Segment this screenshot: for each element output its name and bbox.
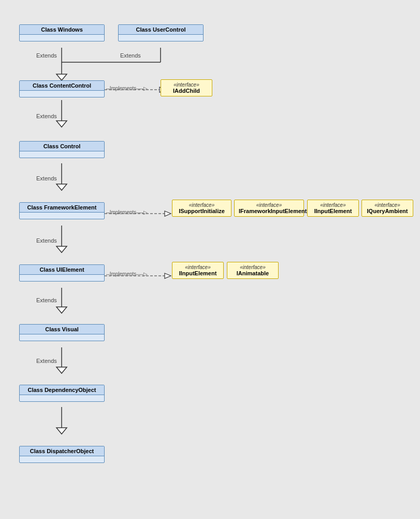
class-frameworkelement-header: Class FrameworkElement: [20, 203, 104, 213]
iinputelement2-stereotype: «interface»: [177, 264, 219, 270]
extends-label-7: Extends: [36, 358, 57, 364]
class-dispatcherobject-body: [20, 456, 104, 462]
diagram-container: IAddChild (dashed) --> interfaces (dashe…: [0, 0, 420, 519]
svg-marker-10: [56, 246, 67, 253]
class-uielement-box: Class UIElement: [19, 264, 105, 282]
class-windows-body: [20, 35, 104, 41]
interface-iinputelement2-box: «interface» IInputElement: [172, 262, 224, 279]
class-windows-box: Class Windows: [19, 24, 105, 41]
iinputelement2-label: IInputElement: [177, 270, 219, 276]
implements-label-3: --Implements----▷: [106, 271, 148, 277]
iinputelement1-stereotype: «interface»: [312, 202, 354, 208]
svg-marker-6: [56, 121, 67, 127]
interface-iqueryambient-box: «interface» IQueryAmbient: [361, 200, 413, 217]
class-visual-box: Class Visual: [19, 324, 105, 341]
isupportinitialize-label: ISupportInitialize: [177, 208, 227, 214]
class-control-header: Class Control: [20, 142, 104, 151]
iqueryambient-stereotype: «interface»: [366, 202, 409, 208]
interface-iinputelement1-box: «interface» IInputElement: [307, 200, 359, 217]
isupportinitialize-stereotype: «interface»: [177, 202, 227, 208]
class-uielement-header: Class UIElement: [20, 265, 104, 275]
class-dependencyobject-body: [20, 395, 104, 401]
svg-marker-22: [165, 273, 171, 278]
class-visual-body: [20, 334, 104, 341]
interface-ianimatable-box: «interface» IAnimatable: [227, 262, 279, 279]
extends-label-3: Extends: [36, 113, 57, 119]
implements-label-1: --Implements----▷: [106, 86, 148, 91]
interface-isupportinitialize-box: «interface» ISupportInitialize: [172, 200, 231, 217]
svg-marker-20: [165, 211, 171, 216]
extends-label-2: Extends: [120, 52, 141, 59]
iinputelement1-label: IInputElement: [312, 208, 354, 214]
svg-marker-14: [56, 367, 67, 373]
class-dependencyobject-header: Class DependencyObject: [20, 385, 104, 395]
class-dispatcherobject-box: Class DispatcherObject: [19, 446, 105, 463]
class-windows-header: Class Windows: [20, 25, 104, 35]
class-usercontrol-body: [119, 35, 203, 41]
extends-label-4: Extends: [36, 175, 57, 181]
ianimatable-label: IAnimatable: [231, 270, 274, 276]
class-control-body: [20, 151, 104, 158]
class-dependencyobject-box: Class DependencyObject: [19, 385, 105, 402]
class-contentcontrol-body: [20, 91, 104, 97]
iaddchild-stereotype: «interface»: [165, 82, 208, 88]
arrows-svg: IAddChild (dashed) --> interfaces (dashe…: [0, 0, 420, 519]
class-contentcontrol-box: Class ContentControl: [19, 80, 105, 97]
svg-marker-4: [56, 74, 67, 80]
implements-label-2: --Implements----▷: [106, 209, 148, 215]
class-uielement-body: [20, 275, 104, 281]
class-control-box: Class Control: [19, 141, 105, 158]
svg-marker-8: [56, 184, 67, 190]
extends-label-5: Extends: [36, 237, 57, 244]
class-dispatcherobject-header: Class DispatcherObject: [20, 446, 104, 456]
iqueryambient-label: IQueryAmbient: [366, 208, 409, 214]
svg-marker-12: [56, 307, 67, 313]
ianimatable-stereotype: «interface»: [231, 264, 274, 270]
interface-iaddchild-box: «interface» IAddChild: [161, 79, 212, 96]
class-visual-header: Class Visual: [20, 325, 104, 334]
iaddchild-label: IAddChild: [165, 88, 208, 94]
class-frameworkelement-box: Class FrameworkElement: [19, 202, 105, 219]
class-usercontrol-box: Class UserControl: [118, 24, 204, 41]
class-usercontrol-header: Class UserControl: [119, 25, 203, 35]
svg-marker-16: [56, 428, 67, 434]
extends-label-6: Extends: [36, 297, 57, 303]
iframeworkinputelement-stereotype: «interface»: [239, 202, 299, 208]
extends-label-1: Extends: [36, 52, 57, 59]
class-frameworkelement-body: [20, 213, 104, 219]
iframeworkinputelement-label: IFrameworkInputElement: [239, 208, 299, 214]
interface-iframeworkinputelement-box: «interface» IFrameworkInputElement: [234, 200, 304, 217]
class-contentcontrol-header: Class ContentControl: [20, 81, 104, 91]
